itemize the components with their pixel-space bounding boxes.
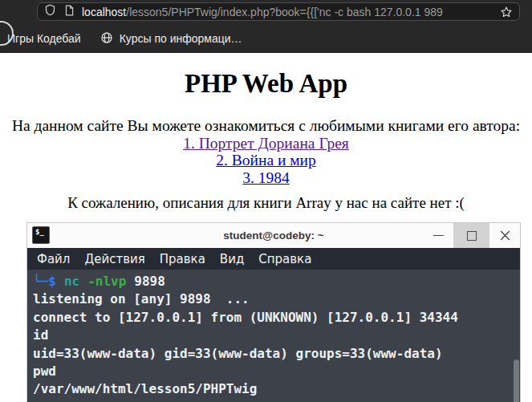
shield-icon[interactable] xyxy=(44,4,56,19)
not-found-text: К сожалению, описания для книги Array у … xyxy=(0,194,532,212)
bookmark-label: Курсы по информаци… xyxy=(120,32,242,45)
page-info-icon[interactable] xyxy=(63,5,75,19)
address-bar[interactable]: localhost/lesson5/PHPTwig/index.php?book… xyxy=(37,2,520,21)
maximize-icon xyxy=(467,231,477,241)
intro-block: На данном сайте Вы можете ознакомиться с… xyxy=(0,117,532,186)
book-link-dorian-gray[interactable]: 1. Портрет Дориана Грея xyxy=(0,135,532,152)
bookmark-item-courses[interactable]: Курсы по информаци… xyxy=(100,31,242,47)
book-link-1984[interactable]: 3. 1984 xyxy=(0,169,532,187)
terminal-line: listening on [any] 9898 ... xyxy=(33,290,520,308)
menu-help[interactable]: Справка xyxy=(251,252,319,266)
globe-icon xyxy=(100,31,113,47)
terminal-output[interactable]: └─$nc-nlvp9898 listening on [any] 9898 .… xyxy=(27,270,520,402)
bookmark-star-icon[interactable] xyxy=(500,6,513,18)
url-host: localhost xyxy=(82,6,126,18)
minimize-button[interactable] xyxy=(423,223,453,248)
shell-prompt: └─$ xyxy=(33,274,56,289)
command-flags: -nlvp xyxy=(87,274,126,289)
menu-edit[interactable]: Правка xyxy=(152,252,213,266)
bookmark-item-games[interactable]: Игры Кодебай xyxy=(7,32,81,45)
url-text: localhost/lesson5/PHPTwig/index.php?book… xyxy=(82,6,495,18)
url-fade-overlay xyxy=(458,6,495,18)
maximize-button[interactable] xyxy=(453,223,489,248)
page-title: PHP Web App xyxy=(0,69,532,99)
url-path: /lesson5/PHPTwig/index.php?book={{['nc -… xyxy=(126,6,443,18)
terminal-scrollbar[interactable] xyxy=(514,359,519,402)
terminal-app-icon: $_ xyxy=(32,226,50,244)
terminal-line: ^C xyxy=(33,399,520,402)
menu-actions[interactable]: Действия xyxy=(77,252,152,266)
terminal-line: pwd xyxy=(33,363,520,380)
minimize-icon xyxy=(433,235,444,236)
browser-window: localhost/lesson5/PHPTwig/index.php?book… xyxy=(0,0,532,402)
intro-text: На данном сайте Вы можете ознакомиться с… xyxy=(12,117,520,134)
terminal-line: id xyxy=(33,327,520,344)
close-button[interactable] xyxy=(489,223,520,248)
terminal-line: connect to [127.0.0.1] from (UNKNOWN) [1… xyxy=(33,309,520,327)
terminal-window: $_ student@codeby: ~ Файл Действия Правк… xyxy=(26,222,521,402)
close-icon xyxy=(500,230,510,241)
book-link-war-and-peace[interactable]: 2. Война и мир xyxy=(0,152,532,169)
command-name: nc xyxy=(64,274,79,289)
bookmarks-bar: Игры Кодебай Курсы по информаци… xyxy=(0,24,532,53)
terminal-prompt-line: └─$nc-nlvp9898 xyxy=(33,273,520,290)
command-arg: 9898 xyxy=(134,274,165,289)
terminal-titlebar[interactable]: $_ student@codeby: ~ xyxy=(27,223,520,248)
terminal-menubar: Файл Действия Правка Вид Справка xyxy=(27,248,520,270)
page-content: PHP Web App На данном сайте Вы можете оз… xyxy=(0,69,532,212)
terminal-line: /var/www/html/lesson5/PHPTwig xyxy=(33,380,520,398)
browser-chrome: localhost/lesson5/PHPTwig/index.php?book… xyxy=(0,0,532,53)
bookmark-label: Игры Кодебай xyxy=(7,32,81,45)
menu-view[interactable]: Вид xyxy=(213,252,251,266)
menu-file[interactable]: Файл xyxy=(30,252,77,266)
terminal-line: uid=33(www-data) gid=33(www-data) groups… xyxy=(33,345,520,363)
